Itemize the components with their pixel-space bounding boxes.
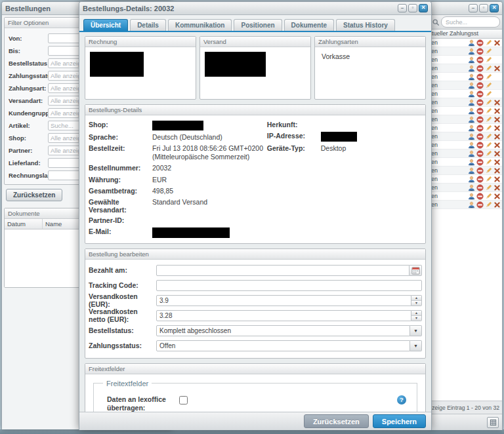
customer-icon[interactable] xyxy=(467,149,475,157)
delete-icon[interactable] xyxy=(493,201,501,208)
order-list-row[interactable]: en xyxy=(430,56,502,64)
cancel-order-icon[interactable] xyxy=(476,81,484,89)
customer-icon[interactable] xyxy=(467,192,475,200)
edit-pencil-icon[interactable] xyxy=(484,98,492,106)
delete-icon[interactable] xyxy=(493,175,501,183)
order-list-row[interactable]: en xyxy=(430,90,502,98)
maximize-icon[interactable]: ▫ xyxy=(408,4,417,12)
cancel-order-icon[interactable] xyxy=(476,192,484,200)
cancel-order-icon[interactable] xyxy=(476,64,484,72)
search-input[interactable] xyxy=(441,16,500,28)
delete-icon[interactable] xyxy=(493,132,501,140)
quantity-stepper[interactable]: ▴ ▾ xyxy=(411,295,422,306)
edit-pencil-icon[interactable] xyxy=(484,132,492,140)
edit-pencil-icon[interactable] xyxy=(484,184,492,191)
cancel-order-icon[interactable] xyxy=(476,201,484,208)
payment-status-column-header[interactable]: tueller Zahlungsst xyxy=(430,30,502,39)
edit-field-input[interactable] xyxy=(156,310,411,321)
close-icon[interactable]: ✕ xyxy=(490,4,499,12)
cancel-order-icon[interactable] xyxy=(476,141,484,149)
order-list-row[interactable]: en xyxy=(430,141,502,149)
cancel-order-icon[interactable] xyxy=(476,149,484,157)
cancel-order-icon[interactable] xyxy=(476,115,484,123)
cancel-order-icon[interactable] xyxy=(476,175,484,183)
customer-icon[interactable] xyxy=(467,107,475,115)
delete-icon[interactable] xyxy=(493,39,501,47)
lexoffice-checkbox[interactable] xyxy=(179,396,188,404)
cancel-order-icon[interactable] xyxy=(476,107,484,115)
tab[interactable]: Übersicht xyxy=(83,19,128,31)
edit-pencil-icon[interactable] xyxy=(484,81,492,89)
delete-icon[interactable] xyxy=(493,115,501,123)
customer-icon[interactable] xyxy=(467,64,475,72)
save-button[interactable]: Speichern xyxy=(373,414,426,428)
edit-pencil-icon[interactable] xyxy=(484,158,492,166)
customer-icon[interactable] xyxy=(467,175,475,183)
delete-icon[interactable] xyxy=(493,64,501,72)
order-list-row[interactable]: en xyxy=(430,107,502,115)
grid-settings-icon[interactable] xyxy=(487,417,499,428)
delete-icon[interactable] xyxy=(493,141,501,149)
order-list-row[interactable]: en xyxy=(430,98,502,107)
order-list-row[interactable]: en xyxy=(430,149,502,158)
order-list-row[interactable]: en xyxy=(430,47,502,56)
order-list-row[interactable]: en xyxy=(430,132,502,141)
customer-icon[interactable] xyxy=(467,73,475,81)
edit-field-input[interactable] xyxy=(156,280,422,291)
tab[interactable]: Dokumente xyxy=(284,19,334,31)
cancel-order-icon[interactable] xyxy=(476,158,484,166)
edit-pencil-icon[interactable] xyxy=(484,201,492,208)
customer-icon[interactable] xyxy=(467,90,475,98)
delete-icon[interactable] xyxy=(493,149,501,157)
delete-icon[interactable] xyxy=(493,192,501,200)
order-list-row[interactable]: en xyxy=(430,175,502,184)
documents-col-date[interactable]: Datum xyxy=(5,219,43,229)
edit-field-input[interactable] xyxy=(156,340,410,351)
tab[interactable]: Details xyxy=(130,19,166,31)
customer-icon[interactable] xyxy=(467,201,475,208)
order-list-row[interactable]: en xyxy=(430,81,502,90)
delete-icon[interactable] xyxy=(493,98,501,106)
order-list-row[interactable]: en xyxy=(430,115,502,124)
edit-pencil-icon[interactable] xyxy=(484,124,492,132)
customer-icon[interactable] xyxy=(467,141,475,149)
spin-up-icon[interactable]: ▴ xyxy=(411,296,421,301)
edit-pencil-icon[interactable] xyxy=(484,167,492,174)
cancel-order-icon[interactable] xyxy=(476,132,484,140)
order-list-titlebar[interactable]: – ▫ ✕ xyxy=(430,2,502,15)
customer-icon[interactable] xyxy=(467,47,475,55)
edit-field-input[interactable] xyxy=(156,325,410,336)
minimize-icon[interactable]: – xyxy=(398,4,407,12)
edit-field-input[interactable] xyxy=(156,265,410,276)
order-list-row[interactable]: en xyxy=(430,39,502,47)
order-list-row[interactable]: en xyxy=(430,64,502,73)
tab[interactable]: Kommunikation xyxy=(168,19,232,31)
edit-pencil-icon[interactable] xyxy=(484,73,492,81)
spin-down-icon[interactable]: ▾ xyxy=(411,316,421,321)
calendar-icon[interactable] xyxy=(410,265,422,276)
edit-pencil-icon[interactable] xyxy=(484,90,492,98)
customer-icon[interactable] xyxy=(467,132,475,140)
edit-pencil-icon[interactable] xyxy=(484,175,492,183)
delete-icon[interactable] xyxy=(493,107,501,115)
help-icon[interactable]: ? xyxy=(397,395,406,404)
customer-icon[interactable] xyxy=(467,39,475,47)
spin-down-icon[interactable]: ▾ xyxy=(411,301,421,306)
delete-icon[interactable] xyxy=(493,167,501,174)
cancel-order-icon[interactable] xyxy=(476,73,484,81)
cancel-order-icon[interactable] xyxy=(476,47,484,55)
delete-icon[interactable] xyxy=(493,124,501,132)
edit-pencil-icon[interactable] xyxy=(484,192,492,200)
delete-icon[interactable] xyxy=(493,184,501,191)
cancel-order-icon[interactable] xyxy=(476,124,484,132)
order-detail-titlebar[interactable]: Bestellungs-Details: 20032 – ▫ ✕ xyxy=(79,2,431,15)
reset-button[interactable]: Zurücksetzen xyxy=(304,414,369,428)
cancel-order-icon[interactable] xyxy=(476,39,484,47)
order-list-row[interactable]: en xyxy=(430,73,502,81)
order-list-row[interactable]: en xyxy=(430,124,502,132)
tab[interactable]: Positionen xyxy=(234,19,282,31)
minimize-icon[interactable]: – xyxy=(469,4,478,12)
edit-pencil-icon[interactable] xyxy=(484,149,492,157)
cancel-order-icon[interactable] xyxy=(476,184,484,191)
delete-icon[interactable] xyxy=(493,158,501,166)
